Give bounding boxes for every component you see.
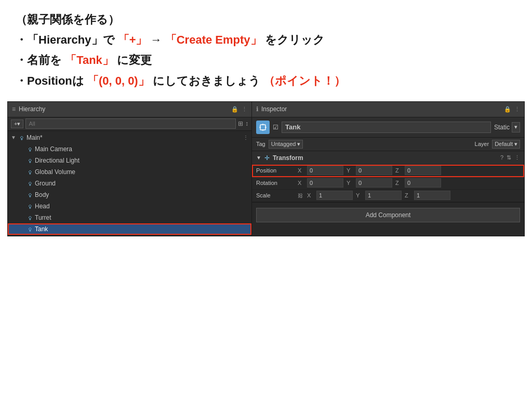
hierarchy-add-button[interactable]: +▾ — [11, 119, 23, 128]
scale-z-input[interactable] — [414, 191, 450, 200]
position-x-input[interactable] — [307, 166, 343, 175]
transform-collapse-icon[interactable]: ▼ — [256, 155, 261, 161]
head-cube-icon: ⧬ — [27, 203, 33, 209]
inspector-header: ℹ Inspector 🔒 ⋮ — [252, 102, 524, 117]
hierarchy-item-global-volume[interactable]: ⧬ Global Volume — [8, 166, 251, 178]
hierarchy-toolbar: +▾ ⊞ ↕ — [8, 117, 251, 131]
scale-z-label: Z — [405, 192, 411, 198]
position-z-label: Z — [395, 167, 402, 174]
transform-help-icon[interactable]: ? — [500, 154, 503, 161]
static-dropdown[interactable]: ▾ — [512, 122, 520, 132]
hierarchy-item-head[interactable]: ⧬ Head — [8, 201, 251, 212]
instruction-mid-2: → — [147, 33, 165, 46]
transform-move-icon: ✛ — [264, 154, 270, 162]
hierarchy-item-ground[interactable]: ⧬ Ground — [8, 178, 251, 189]
instruction-line-2: ・「Hierarchy」で 「+」 → 「Create Empty」 をクリック — [16, 31, 516, 49]
object-checkbox[interactable]: ☑ — [273, 124, 278, 131]
scale-y-input[interactable] — [365, 191, 402, 200]
rotation-y-label: Y — [347, 180, 353, 186]
scale-xyz-group: ⛓ X Y Z — [298, 191, 520, 200]
transform-more-icon[interactable]: ⋮ — [514, 154, 520, 161]
hierarchy-item-main[interactable]: ▼ ⧬ Main* ⋮ — [8, 132, 251, 143]
instruction-suffix-4a: にしておきましょう — [150, 74, 263, 87]
transform-settings-icon[interactable]: ⇅ — [507, 154, 511, 161]
layer-chevron-icon: ▾ — [514, 141, 517, 148]
global-volume-cube-icon: ⧬ — [27, 169, 33, 175]
instruction-red-2a: 「+」 — [118, 33, 148, 46]
instruction-suffix-2: をクリック — [262, 33, 325, 46]
hierarchy-lock-icon[interactable]: 🔒 — [231, 106, 238, 113]
inspector-more-icon[interactable]: ⋮ — [514, 106, 520, 113]
tank-label: Tank — [35, 225, 48, 233]
instruction-suffix-3: に変更 — [114, 54, 152, 66]
main-label: Main* — [26, 134, 43, 141]
hierarchy-more-icon[interactable]: ⋮ — [242, 106, 247, 113]
instruction-prefix-2: ・「Hierarchy」で — [16, 33, 118, 46]
transform-position-row: Position X Y Z — [252, 165, 524, 177]
tag-label: Tag — [256, 141, 265, 147]
hierarchy-header-icons: 🔒 ⋮ — [231, 106, 247, 113]
hierarchy-item-tank[interactable]: ⧬ Tank — [8, 223, 251, 235]
transform-title: Transform — [273, 154, 497, 162]
hierarchy-item-directional-light[interactable]: ⧬ Directional Light — [8, 155, 251, 166]
static-section: Static ▾ — [494, 122, 520, 132]
add-component-label: Add Component — [366, 211, 411, 219]
tag-chevron-icon: ▾ — [297, 141, 300, 148]
static-label: Static — [494, 124, 510, 131]
body-label: Body — [35, 191, 49, 198]
instruction-area: （親子関係を作る） ・「Hierarchy」で 「+」 → 「Create Em… — [0, 0, 532, 101]
rotation-xyz-group: X Y Z — [298, 178, 520, 188]
rotation-x-input[interactable] — [307, 178, 343, 188]
hierarchy-sort-icon[interactable]: ↕ — [245, 120, 248, 127]
hierarchy-toolbar-icons: ⊞ ↕ — [238, 120, 248, 127]
hierarchy-title: Hierarchy — [19, 105, 228, 113]
layer-dropdown[interactable]: Default ▾ — [492, 140, 520, 149]
instruction-line-4: ・Positionは 「(0, 0, 0)」 にしておきましょう （ポイント！） — [16, 72, 516, 90]
hierarchy-content: ▼ ⧬ Main* ⋮ ⧬ Main Camera ⧬ Directional … — [8, 131, 251, 236]
scale-label: Scale — [256, 192, 298, 198]
transform-header: ▼ ✛ Transform ? ⇅ ⋮ — [252, 151, 524, 165]
transform-rotation-row: Rotation X Y Z — [252, 177, 524, 190]
hierarchy-header: ≡ Hierarchy 🔒 ⋮ — [8, 102, 251, 117]
inspector-info-icon: ℹ — [256, 105, 259, 113]
inspector-object-header: ☑ Static ▾ — [252, 117, 524, 138]
layer-value: Default — [495, 141, 513, 147]
hierarchy-filter-icon[interactable]: ⊞ — [238, 120, 243, 127]
position-y-label: Y — [347, 167, 353, 174]
unity-editor: ≡ Hierarchy 🔒 ⋮ +▾ ⊞ ↕ ▼ ⧬ Main* ⋮ — [7, 101, 525, 236]
instruction-red-4a: 「(0, 0, 0)」 — [87, 74, 150, 87]
tag-dropdown[interactable]: Untagged ▾ — [269, 140, 303, 149]
add-component-button[interactable]: Add Component — [256, 208, 520, 222]
body-cube-icon: ⧬ — [27, 192, 33, 198]
rotation-y-input[interactable] — [356, 178, 392, 188]
directional-light-label: Directional Light — [35, 157, 79, 164]
scale-y-label: Y — [356, 192, 362, 198]
dir-light-cube-icon: ⧬ — [27, 157, 33, 164]
position-z-input[interactable] — [405, 166, 441, 175]
object-name-input[interactable] — [282, 122, 491, 133]
hierarchy-search-input[interactable] — [25, 118, 236, 129]
ground-label: Ground — [35, 180, 56, 187]
instruction-red-4b: （ポイント！） — [263, 74, 345, 87]
hierarchy-menu-icon: ≡ — [12, 105, 16, 113]
svg-rect-0 — [260, 125, 265, 130]
main-camera-label: Main Camera — [35, 145, 72, 153]
camera-cube-icon: ⧬ — [27, 146, 33, 152]
tag-value: Untagged — [271, 141, 296, 147]
instruction-red-2b: 「Create Empty」 — [165, 33, 262, 46]
position-y-input[interactable] — [356, 166, 392, 175]
tag-layer-row: Tag Untagged ▾ Layer Default ▾ — [252, 138, 524, 151]
instruction-text-1: （親子関係を作る） — [16, 13, 119, 26]
inspector-lock-icon[interactable]: 🔒 — [504, 106, 511, 113]
hierarchy-item-turret[interactable]: ⧬ Turret — [8, 212, 251, 223]
turret-cube-icon: ⧬ — [27, 215, 33, 221]
inspector-title: Inspector — [261, 105, 287, 113]
instruction-red-3: 「Tank」 — [65, 54, 114, 66]
hierarchy-item-body[interactable]: ⧬ Body — [8, 189, 251, 201]
hierarchy-item-main-camera[interactable]: ⧬ Main Camera — [8, 143, 251, 155]
scale-x-input[interactable] — [316, 191, 353, 200]
rotation-z-label: Z — [395, 180, 402, 186]
inspector-panel: ℹ Inspector 🔒 ⋮ ☑ Static ▾ — [252, 102, 524, 236]
rotation-z-input[interactable] — [405, 178, 441, 188]
main-more-icon[interactable]: ⋮ — [243, 135, 248, 140]
